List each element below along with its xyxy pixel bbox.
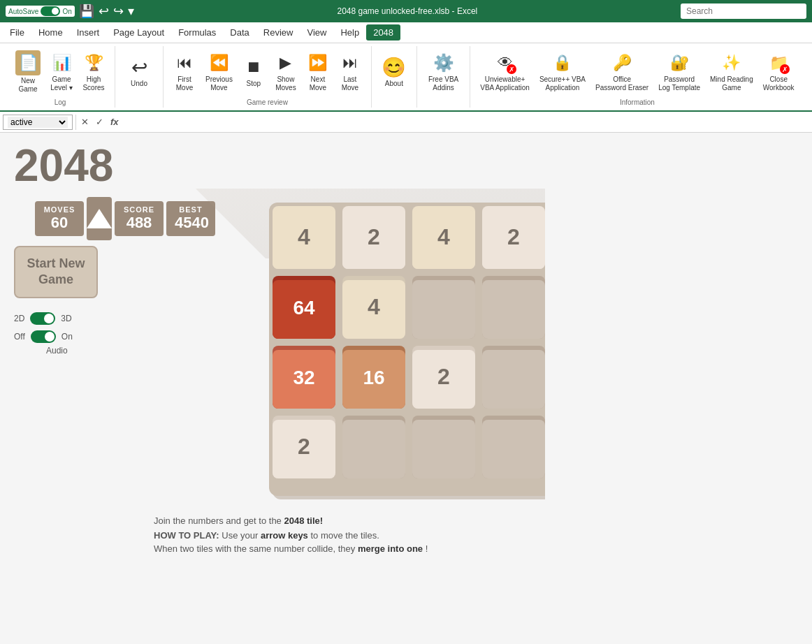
svg-rect-40 [342, 420, 405, 478]
formula-confirm-btn[interactable]: ✓ [94, 117, 106, 127]
arrow-box [87, 197, 112, 240]
toggle-2d-label: 2D [14, 314, 24, 323]
toggle-audio[interactable] [31, 330, 56, 343]
autosave-badge[interactable]: AutoSave On [6, 6, 75, 17]
title-bar: AutoSave On 💾 ↩ ↪ ▾ 2048 game unlocked-f… [0, 0, 812, 22]
ribbon-btn-office-eraser[interactable]: 🔑 OfficePassword Eraser [591, 49, 653, 95]
how-to-play-prefix: HOW TO PLAY: [154, 530, 219, 541]
game-board-svg: 4 2 4 [154, 147, 545, 503]
menu-2048[interactable]: 2048 [366, 24, 400, 41]
ribbon-group-review: ⏮ FirstMove ⏪ PreviousMove ⏹ Stop ▶ Show… [164, 46, 372, 108]
ribbon-log-buttons: 📄 NewGame 📊 GameLevel ▾ 🏆 HighScores [11, 47, 109, 106]
ribbon-btn-last-move[interactable]: ⏭ LastMove [335, 49, 365, 95]
stop-icon: ⏹ [242, 56, 265, 78]
ribbon-btn-secure-vba[interactable]: 🔒 Secure++ VBAApplication [535, 49, 590, 95]
ribbon-info-buttons: 👁✗ Unviewable+VBA Application 🔒 Secure++… [476, 47, 798, 106]
last-move-label: LastMove [342, 75, 358, 92]
ribbon-btn-stop[interactable]: ⏹ Stop [238, 53, 269, 91]
toggle-audio-row: Off On [14, 330, 140, 343]
mind-reading-label: Mind ReadingGame [710, 75, 753, 92]
window-title: 2048 game unlocked-free.xlsb - Excel [337, 6, 477, 16]
about-icon: 😊 [383, 56, 405, 78]
menu-view[interactable]: View [300, 24, 333, 41]
about-label: About [385, 80, 403, 88]
menu-help[interactable]: Help [333, 24, 366, 41]
ribbon-btn-unviewable[interactable]: 👁✗ Unviewable+VBA Application [476, 49, 534, 95]
menu-page-layout[interactable]: Page Layout [106, 24, 171, 41]
ribbon-btn-mind-reading[interactable]: ✨ Mind ReadingGame [706, 49, 757, 95]
save-icon[interactable]: 💾 [79, 3, 94, 19]
ribbon-vba-buttons: ⚙️ Free VBAAddins [424, 47, 463, 106]
ribbon-group-info: 👁✗ Unviewable+VBA Application 🔒 Secure++… [470, 46, 804, 108]
instructions-line1-bold: 2048 tile! [284, 515, 323, 526]
office-eraser-label: OfficePassword Eraser [595, 75, 648, 92]
ribbon-btn-password-log[interactable]: 🔐 PasswordLog Template [654, 49, 704, 95]
left-panel: 2048 MOVES 60 SCORE 488 BEST 4540 Start … [14, 140, 140, 644]
instructions: Join the numbers and get to the 2048 til… [154, 515, 428, 554]
menu-formulas[interactable]: Formulas [171, 24, 223, 41]
undo-title-icon[interactable]: ↩ [99, 3, 109, 19]
arrow-up-icon [87, 209, 112, 228]
ribbon-btn-game-level[interactable]: 📊 GameLevel ▾ [46, 49, 77, 95]
ribbon-btn-about[interactable]: 😊 About [379, 53, 409, 91]
customize-icon[interactable]: ▾ [128, 3, 134, 19]
svg-text:2: 2 [298, 434, 310, 459]
game-level-icon: 📊 [50, 52, 73, 74]
password-log-label: PasswordLog Template [658, 75, 700, 92]
instructions-line1: Join the numbers and get to the 2048 til… [154, 515, 428, 526]
title-bar-right [681, 3, 806, 19]
instructions-line2-suffix: to move the tiles. [310, 530, 379, 541]
svg-text:2: 2 [507, 224, 520, 249]
close-workbook-icon: 📁✗ [767, 52, 790, 74]
ribbon-btn-new-game[interactable]: 📄 NewGame [11, 47, 45, 96]
ribbon-undo-buttons: ↩ Undo [124, 47, 154, 106]
ribbon-btn-show-moves[interactable]: ▶ ShowMoves [270, 49, 301, 95]
game-level-label: GameLevel ▾ [50, 75, 73, 92]
first-move-label: FirstMove [176, 75, 193, 92]
formula-input[interactable] [124, 117, 809, 127]
formula-fx-btn[interactable]: fx [108, 117, 121, 127]
menu-file[interactable]: File [3, 24, 31, 41]
formula-divider [75, 115, 76, 130]
next-move-label: NextMove [310, 75, 326, 92]
ribbon-log-label: Log [6, 98, 115, 106]
ribbon-btn-close-workbook[interactable]: 📁✗ CloseWorkbook [759, 49, 799, 95]
name-box-select[interactable]: active [8, 117, 68, 128]
prev-move-label: PreviousMove [205, 75, 233, 92]
ribbon-btn-next-move[interactable]: ⏩ NextMove [303, 49, 333, 95]
board-container: 4 2 4 [154, 147, 559, 510]
ribbon-btn-prev-move[interactable]: ⏪ PreviousMove [201, 49, 237, 95]
ribbon-btn-undo[interactable]: ↩ Undo [124, 53, 154, 91]
name-box[interactable]: active [3, 115, 73, 130]
menu-review[interactable]: Review [256, 24, 300, 41]
ribbon-group-log: 📄 NewGame 📊 GameLevel ▾ 🏆 HighScores Log [6, 46, 115, 108]
ribbon-info-label: Information [470, 98, 804, 106]
menu-insert[interactable]: Insert [70, 24, 107, 41]
redo-title-icon[interactable]: ↪ [113, 3, 124, 19]
instructions-line3-text: When two tiles with the same number coll… [154, 543, 358, 554]
game-area: 4 2 4 [154, 140, 798, 644]
ribbon-review-label: Game review [164, 98, 371, 106]
svg-rect-22 [412, 280, 475, 339]
ribbon-btn-first-move[interactable]: ⏮ FirstMove [169, 49, 200, 95]
first-move-icon: ⏮ [173, 52, 196, 74]
ribbon-btn-free-vba[interactable]: ⚙️ Free VBAAddins [424, 49, 463, 95]
instructions-line3: When two tiles with the same number coll… [154, 543, 428, 554]
svg-text:2: 2 [368, 224, 380, 249]
start-new-game-button[interactable]: Start New Game [14, 246, 98, 298]
search-input[interactable] [681, 3, 806, 19]
toggle-audio-on-label: On [61, 332, 73, 342]
autosave-toggle[interactable] [41, 6, 60, 16]
new-game-label: NewGame [18, 77, 37, 94]
mind-reading-icon: ✨ [720, 52, 743, 74]
new-game-icon: 📄 [15, 50, 41, 75]
toggle-2d3d[interactable] [30, 312, 55, 325]
menu-data[interactable]: Data [223, 24, 256, 41]
ribbon-btn-high-scores[interactable]: 🏆 HighScores [78, 49, 109, 95]
stats-row: MOVES 60 SCORE 488 BEST 4540 [35, 197, 140, 240]
secure-vba-icon: 🔒 [551, 52, 574, 74]
autosave-label: AutoSave [8, 8, 38, 15]
ribbon-group-about: 😊 About [372, 46, 417, 108]
menu-home[interactable]: Home [31, 24, 70, 41]
formula-cancel-btn[interactable]: ✕ [79, 117, 91, 127]
